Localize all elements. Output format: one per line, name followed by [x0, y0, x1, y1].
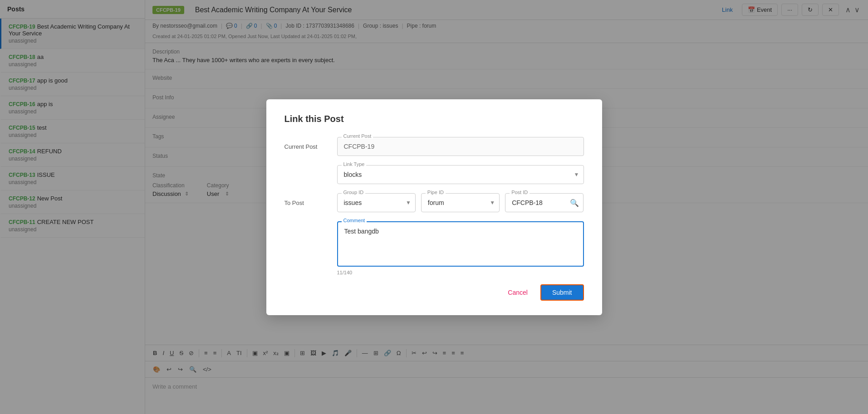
post-id-field: Post ID 🔍: [505, 193, 584, 212]
comment-textarea[interactable]: Test bangdb: [337, 221, 584, 267]
to-post-form-label: To Post: [284, 193, 330, 206]
post-id-float-label: Post ID: [510, 190, 530, 195]
link-post-modal: Link this Post Current Post Current Post…: [266, 99, 602, 315]
pipe-id-select[interactable]: forum: [421, 193, 500, 212]
link-type-field-group: Link Type blocks ▼: [337, 165, 584, 184]
search-icon[interactable]: 🔍: [570, 198, 579, 207]
link-type-float-label: Link Type: [342, 161, 367, 167]
current-post-form-label: Current Post: [284, 137, 330, 150]
modal-backdrop[interactable]: Link this Post Current Post Current Post…: [0, 0, 868, 414]
group-id-select[interactable]: issues: [337, 193, 416, 212]
comment-field-wrapper: Comment Test bangdb 11/140: [337, 221, 584, 275]
comment-form-label: [284, 221, 330, 228]
modal-footer: Cancel Submit: [284, 284, 584, 301]
comment-count: 11/140: [337, 270, 584, 275]
group-id-float-label: Group ID: [342, 190, 366, 195]
cancel-button[interactable]: Cancel: [502, 285, 533, 300]
group-id-field: Group ID issues ▼: [337, 193, 416, 212]
to-post-row: To Post Group ID issues ▼ Pipe ID: [284, 193, 584, 212]
link-type-form-label: [284, 165, 330, 171]
submit-button[interactable]: Submit: [540, 284, 584, 301]
current-post-field-group: Current Post: [337, 137, 584, 156]
to-post-fields: Group ID issues ▼ Pipe ID forum ▼: [337, 193, 584, 212]
link-type-select[interactable]: blocks: [337, 165, 584, 184]
comment-float-label: Comment: [342, 218, 367, 223]
current-post-float-label: Current Post: [342, 133, 373, 139]
modal-title: Link this Post: [284, 114, 584, 124]
current-post-field: Current Post: [337, 137, 584, 156]
comment-row: Comment Test bangdb 11/140: [284, 221, 584, 275]
link-type-row: Link Type blocks ▼: [284, 165, 584, 184]
current-post-row: Current Post Current Post: [284, 137, 584, 156]
link-type-select-field: Link Type blocks ▼: [337, 165, 584, 184]
pipe-id-float-label: Pipe ID: [426, 190, 446, 195]
pipe-id-field: Pipe ID forum ▼: [421, 193, 500, 212]
current-post-input: [337, 137, 584, 156]
